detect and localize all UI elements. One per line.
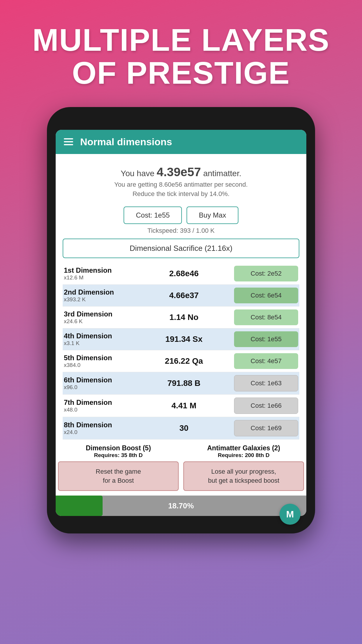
table-row: 4th Dimensionx3.1 K191.34 SxCost: 1e55 bbox=[63, 328, 299, 350]
dim-label: 6th Dimensionx96.0 bbox=[64, 376, 134, 391]
app-title: Normal dimensions bbox=[80, 136, 172, 148]
table-row: 5th Dimensionx384.0216.22 QaCost: 4e57 bbox=[63, 350, 299, 372]
progress-text: 18.70% bbox=[56, 501, 306, 510]
dim-value: 4.66e37 bbox=[134, 291, 234, 300]
boost-req-1: Requires: 35 8th D bbox=[58, 452, 179, 459]
antimatter-value: 4.39e57 bbox=[157, 165, 201, 179]
fab-button[interactable]: M bbox=[280, 504, 301, 525]
dim-cost-button[interactable]: Cost: 8e54 bbox=[234, 309, 298, 325]
phone-notch bbox=[152, 119, 210, 127]
boost-button-2[interactable]: Lose all your progress,but get a tickspe… bbox=[183, 461, 304, 491]
dim-label: 8th Dimensionx24.0 bbox=[64, 421, 134, 435]
dim-value: 216.22 Qa bbox=[134, 356, 234, 366]
headline: MULTIPLE LAYERS OF PRESTIGE bbox=[15, 0, 347, 107]
buymax-button[interactable]: Buy Max bbox=[187, 206, 238, 224]
antimatter-sub2: Reduce the tick interval by 14.0%. bbox=[63, 190, 299, 198]
dim-value: 30 bbox=[134, 424, 234, 433]
dim-label: 7th Dimensionx48.0 bbox=[64, 398, 134, 413]
dim-value: 791.88 B bbox=[134, 379, 234, 388]
dim-label: 4th Dimensionx3.1 K bbox=[64, 332, 134, 346]
tickspeed-buttons: Cost: 1e55 Buy Max bbox=[63, 206, 299, 224]
boost-req-2: Requires: 200 8th D bbox=[183, 452, 304, 459]
dim-cost-button[interactable]: Cost: 6e54 bbox=[234, 288, 298, 303]
phone-frame: Normal dimensions You have 4.39e57 antim… bbox=[47, 107, 315, 534]
dim-cost-button[interactable]: Cost: 1e69 bbox=[234, 420, 298, 436]
antimatter-sub1: You are getting 8.60e56 antimatter per s… bbox=[63, 181, 299, 188]
tickspeed-info: Tickspeed: 393 / 1.00 K bbox=[63, 227, 299, 235]
dim-cost-button[interactable]: Cost: 1e66 bbox=[234, 398, 298, 414]
boost-button-1[interactable]: Reset the gamefor a Boost bbox=[58, 461, 179, 491]
antimatter-section: You have 4.39e57 antimatter. You are get… bbox=[63, 160, 299, 202]
boost-title-2: Antimatter Galaxies (2) bbox=[183, 444, 304, 452]
headline-line1: MULTIPLE LAYERS bbox=[32, 22, 330, 57]
dim-value: 1.14 No bbox=[134, 313, 234, 322]
antimatter-suffix: antimatter. bbox=[203, 169, 241, 178]
dim-value: 191.34 Sx bbox=[134, 335, 234, 344]
sacrifice-button[interactable]: Dimensional Sacrifice (21.16x) bbox=[63, 239, 299, 258]
dim-value: 4.41 M bbox=[134, 401, 234, 410]
dim-cost-button[interactable]: Cost: 4e57 bbox=[234, 353, 298, 369]
dim-label: 5th Dimensionx384.0 bbox=[64, 354, 134, 368]
table-row: 8th Dimensionx24.030Cost: 1e69 bbox=[63, 417, 299, 440]
dim-cost-button[interactable]: Cost: 1e55 bbox=[234, 331, 298, 347]
table-row: 1st Dimensionx12.6 M2.68e46Cost: 2e52 bbox=[63, 263, 299, 285]
headline-line2: OF PRESTIGE bbox=[72, 55, 290, 90]
boost-title-1: Dimension Boost (5) bbox=[58, 444, 179, 452]
dimensions-table: 1st Dimensionx12.6 M2.68e46Cost: 2e522nd… bbox=[63, 263, 299, 440]
app-header: Normal dimensions bbox=[56, 130, 306, 154]
antimatter-prefix: You have bbox=[121, 169, 154, 178]
phone-screen: Normal dimensions You have 4.39e57 antim… bbox=[56, 130, 306, 516]
boost-col-1: Dimension Boost (5) Requires: 35 8th D R… bbox=[58, 444, 179, 491]
boost-col-2: Antimatter Galaxies (2) Requires: 200 8t… bbox=[183, 444, 304, 491]
dim-value: 2.68e46 bbox=[134, 269, 234, 278]
menu-icon[interactable] bbox=[64, 138, 73, 145]
dim-cost-button[interactable]: Cost: 1e63 bbox=[234, 375, 298, 391]
boost-section: Dimension Boost (5) Requires: 35 8th D R… bbox=[56, 440, 306, 496]
dim-label: 2nd Dimensionx393.2 K bbox=[64, 288, 134, 303]
antimatter-main: You have 4.39e57 antimatter. bbox=[63, 165, 299, 179]
table-row: 6th Dimensionx96.0791.88 BCost: 1e63 bbox=[63, 372, 299, 395]
cost-button[interactable]: Cost: 1e55 bbox=[124, 206, 182, 224]
app-content: You have 4.39e57 antimatter. You are get… bbox=[56, 154, 306, 440]
progress-bar-section: 18.70% bbox=[56, 496, 306, 516]
dim-label: 3rd Dimensionx24.6 K bbox=[64, 310, 134, 325]
table-row: 3rd Dimensionx24.6 K1.14 NoCost: 8e54 bbox=[63, 307, 299, 328]
dim-cost-button[interactable]: Cost: 2e52 bbox=[234, 266, 298, 281]
table-row: 7th Dimensionx48.04.41 MCost: 1e66 bbox=[63, 395, 299, 417]
dim-label: 1st Dimensionx12.6 M bbox=[64, 266, 134, 281]
table-row: 2nd Dimensionx393.2 K4.66e37Cost: 6e54 bbox=[63, 285, 299, 307]
